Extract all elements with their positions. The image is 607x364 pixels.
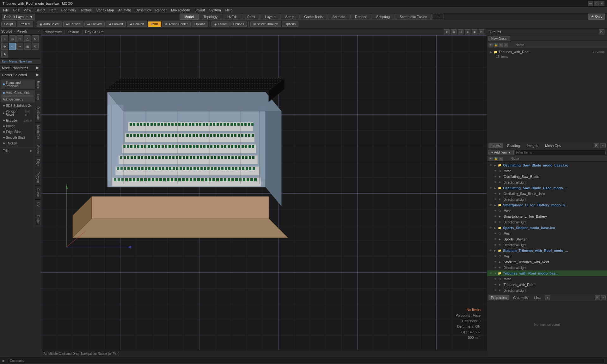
vstrip-curve[interactable]: Curve: [35, 186, 41, 200]
groups-expand-btn[interactable]: ⇱: [599, 29, 604, 34]
tool-polygon-bevel[interactable]: Polygon Bevel Shift B: [1, 109, 34, 118]
props-tab-lists[interactable]: Lists: [532, 295, 544, 300]
menu-maxtomodo[interactable]: MaxToModo: [169, 8, 192, 13]
convert-btn-1[interactable]: ⇄ Convert: [63, 21, 83, 27]
item-eye-icon[interactable]: 👁: [493, 197, 497, 202]
item-row[interactable]: 👁 ☀ Directional Light: [487, 219, 607, 225]
tab-uvedit[interactable]: UvEdit: [223, 14, 242, 20]
items-btn[interactable]: Items: [148, 21, 161, 27]
auto-select-btn[interactable]: ◉ Auto Select: [37, 21, 62, 27]
tab-layout[interactable]: Layout: [260, 14, 280, 20]
vstrip-basic[interactable]: Basic: [35, 78, 41, 91]
snaps-section-header[interactable]: Snaps and Precision: [1, 80, 34, 89]
menu-texture[interactable]: Texture: [79, 8, 94, 13]
item-eye-icon[interactable]: 👁: [493, 174, 497, 179]
sculpt-presets-btn[interactable]: Sculpt: [1, 21, 16, 27]
vstrip-vertex[interactable]: Vertex: [35, 142, 41, 156]
menu-item[interactable]: Item: [48, 8, 58, 13]
icon-move[interactable]: ✥: [1, 43, 8, 50]
item-row[interactable]: 👁 ◈ Tribunes_with_Roof: [487, 282, 607, 288]
props-close-btn[interactable]: ×: [601, 295, 606, 300]
item-eye-icon[interactable]: 👁: [493, 214, 497, 219]
item-row[interactable]: 👁 ⬡ Mesh: [487, 208, 607, 214]
vstrip-uv[interactable]: UV: [35, 200, 41, 212]
tab-setup[interactable]: Setup: [280, 14, 299, 20]
item-row[interactable]: 👁 ◈ Oscillating_Saw_Blade_Used: [487, 191, 607, 197]
viewport-canvas[interactable]: No Items Polygons : Face Channels: 0 Def…: [41, 35, 487, 350]
presets-btn[interactable]: Presets: [17, 21, 33, 27]
menu-edit[interactable]: Edit: [11, 8, 21, 13]
vstrip-meshedit[interactable]: Mesh Edit: [35, 123, 41, 142]
item-eye-icon[interactable]: 👁: [493, 191, 497, 196]
tab-schematic[interactable]: Schematic Fusion: [395, 14, 432, 20]
item-eye-icon[interactable]: 👁: [493, 260, 497, 264]
vstrip-item[interactable]: Item: [35, 91, 41, 104]
tab-meshops[interactable]: Mesh Ops: [542, 143, 564, 148]
vstrip-polygon[interactable]: Polygon: [35, 169, 41, 186]
tab-render[interactable]: Render: [350, 14, 371, 20]
item-menu-bar[interactable]: Item Menu: New Item: [0, 59, 41, 64]
convert-btn-2[interactable]: ⇄ Convert: [84, 21, 105, 27]
item-row[interactable]: 👁 ☀ Directional Light: [487, 265, 607, 270]
command-input[interactable]: [8, 358, 604, 363]
edit-section[interactable]: Edit ▶: [1, 147, 34, 154]
preset-btn-icon[interactable]: ×: [38, 30, 40, 33]
menu-select[interactable]: Select: [34, 8, 47, 13]
items-expand-btn[interactable]: ⇱: [594, 143, 599, 148]
tab-items[interactable]: Items: [488, 143, 503, 148]
tab-add[interactable]: +: [432, 14, 444, 20]
item-eye-icon[interactable]: 👁: [493, 277, 497, 281]
item-eye-icon[interactable]: 👁: [493, 220, 497, 224]
item-eye-icon[interactable]: 👁: [493, 231, 497, 236]
tool-extrude[interactable]: Extrude Shift V: [1, 118, 34, 123]
options-btn-1[interactable]: Options: [192, 21, 208, 27]
item-row[interactable]: 👁 ▶ 📁 Oscillating_Saw_Blade_Used_modo_..…: [487, 185, 607, 191]
icon-a[interactable]: A: [1, 51, 8, 58]
options-btn-3[interactable]: Options: [282, 21, 298, 27]
menu-geometry[interactable]: Geometry: [59, 8, 78, 13]
vp-ctrl-zoom[interactable]: ⊞: [451, 29, 457, 34]
item-eye-icon[interactable]: 👁: [493, 254, 497, 258]
menu-render[interactable]: Render: [153, 8, 169, 13]
tab-model[interactable]: Model: [180, 14, 199, 20]
item-eye-icon[interactable]: 👁: [493, 265, 497, 270]
item-row[interactable]: 👁 ◈ Stadium_Tribunes_with_Roof: [487, 259, 607, 265]
menu-help[interactable]: Help: [224, 8, 235, 13]
tab-shading[interactable]: Shading: [504, 143, 523, 148]
menu-file[interactable]: File: [1, 8, 11, 13]
icon-expand[interactable]: ⇱: [32, 43, 39, 50]
tool-edge-slice[interactable]: Edge Slice: [1, 129, 34, 135]
convert-btn-4[interactable]: ⇄ Convert: [127, 21, 147, 27]
item-eye-icon[interactable]: 👁: [488, 271, 493, 276]
item-eye-icon[interactable]: 👁: [493, 288, 497, 293]
close-btn[interactable]: ✕: [599, 1, 604, 6]
tab-gametools[interactable]: Game Tools: [299, 14, 328, 20]
only-button[interactable]: ★ Only: [588, 14, 605, 20]
props-expand-btn[interactable]: ⇱: [595, 295, 600, 300]
props-add-btn[interactable]: +: [545, 295, 550, 300]
select-through-btn[interactable]: ⊞ Select Through: [250, 21, 281, 27]
vp-ctrl-camera[interactable]: ◉: [472, 29, 477, 34]
vstrip-edge[interactable]: Edge: [35, 156, 41, 169]
tool-thicken[interactable]: Thicken: [1, 141, 34, 146]
presets-label-text[interactable]: Presets: [17, 30, 28, 33]
tool-smooth-shaft[interactable]: Smooth Shaft: [1, 135, 34, 140]
tab-images[interactable]: Images: [524, 143, 541, 148]
tab-animate[interactable]: Animate: [328, 14, 350, 20]
item-eye-icon[interactable]: 👁: [488, 163, 493, 167]
tab-topology[interactable]: Topology: [199, 14, 222, 20]
props-tab-channels[interactable]: Channels: [511, 295, 530, 300]
vp-ctrl-expand[interactable]: ⇱: [479, 29, 484, 34]
item-row[interactable]: 👁 ▶ 📁 Oscillating_Saw_Blade_modo_base.lx…: [487, 162, 607, 168]
item-row[interactable]: 👁 ☀ Directional Light: [487, 179, 607, 185]
item-row[interactable]: 👁 ◈ Smartphone_Li_Ion_Battery: [487, 214, 607, 219]
props-tab-properties[interactable]: Properties: [488, 295, 509, 300]
item-eye-icon[interactable]: 👁: [493, 209, 497, 213]
item-eye-icon[interactable]: 👁: [493, 237, 497, 241]
icon-paint[interactable]: ✏: [16, 43, 23, 50]
item-row-selected[interactable]: 👁 ▼ 📁 Tribunes_with_Roof_modo_bas...: [487, 270, 607, 276]
icon-circle[interactable]: ○: [1, 35, 8, 42]
menu-animate[interactable]: Animate: [116, 8, 133, 13]
tool-bridge[interactable]: Bridge: [1, 124, 34, 129]
falloff-btn[interactable]: ◈ Falloff: [212, 21, 229, 27]
